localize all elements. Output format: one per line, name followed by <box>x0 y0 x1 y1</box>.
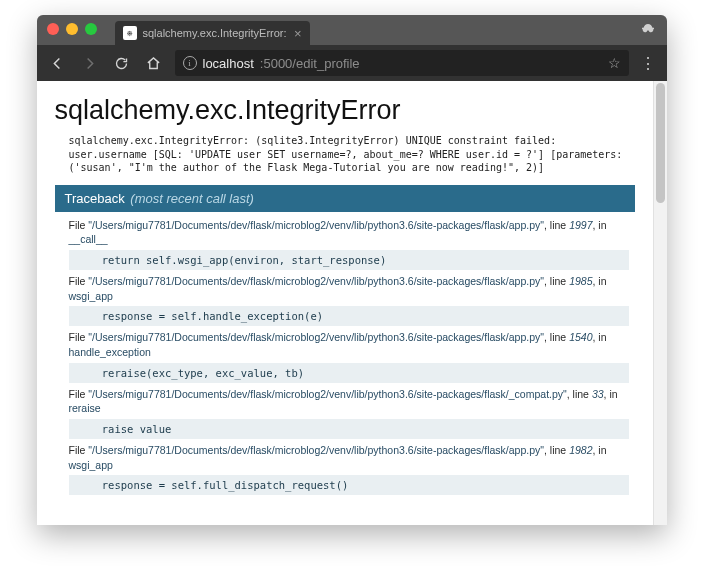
forward-button[interactable] <box>75 49 105 77</box>
incognito-icon <box>639 21 657 39</box>
site-info-icon[interactable]: i <box>183 56 197 70</box>
frame-code: reraise(exc_type, exc_value, tb) <box>69 363 629 383</box>
tab-bar: ⎈ sqlalchemy.exc.IntegrityError: × <box>37 15 667 45</box>
frame-code: response = self.full_dispatch_request() <box>69 475 629 495</box>
browser-menu-button[interactable]: ⋮ <box>635 54 661 73</box>
traceback-frame[interactable]: File "/Users/migu7781/Documents/dev/flas… <box>69 274 635 326</box>
tab-title: sqlalchemy.exc.IntegrityError: <box>143 27 288 39</box>
bookmark-star-icon[interactable]: ☆ <box>608 55 621 71</box>
traceback-header[interactable]: Traceback (most recent call last) <box>55 185 635 212</box>
back-button[interactable] <box>43 49 73 77</box>
traceback-frame[interactable]: File "/Users/migu7781/Documents/dev/flas… <box>69 443 635 495</box>
page-content: sqlalchemy.exc.IntegrityError sqlalchemy… <box>37 81 653 525</box>
traceback-frame[interactable]: File "/Users/migu7781/Documents/dev/flas… <box>69 330 635 382</box>
url-host: localhost <box>203 56 254 71</box>
frame-location: File "/Users/migu7781/Documents/dev/flas… <box>69 218 629 247</box>
minimize-window-button[interactable] <box>66 23 78 35</box>
frame-location: File "/Users/migu7781/Documents/dev/flas… <box>69 387 629 416</box>
browser-window: ⎈ sqlalchemy.exc.IntegrityError: × i loc… <box>37 15 667 525</box>
error-message: sqlalchemy.exc.IntegrityError: (sqlite3.… <box>55 134 635 175</box>
page-title: sqlalchemy.exc.IntegrityError <box>55 95 635 126</box>
reload-button[interactable] <box>107 49 137 77</box>
page-viewport: sqlalchemy.exc.IntegrityError sqlalchemy… <box>37 81 667 525</box>
url-path: :5000/edit_profile <box>260 56 360 71</box>
traceback-frames: File "/Users/migu7781/Documents/dev/flas… <box>55 212 635 496</box>
favicon-icon: ⎈ <box>123 26 137 40</box>
frame-code: raise value <box>69 419 629 439</box>
frame-location: File "/Users/migu7781/Documents/dev/flas… <box>69 274 629 303</box>
traceback-frame[interactable]: File "/Users/migu7781/Documents/dev/flas… <box>69 387 635 439</box>
traceback-frame[interactable]: File "/Users/migu7781/Documents/dev/flas… <box>69 218 635 270</box>
address-bar[interactable]: i localhost:5000/edit_profile ☆ <box>175 50 629 76</box>
frame-code: response = self.handle_exception(e) <box>69 306 629 326</box>
vertical-scrollbar[interactable] <box>653 81 667 525</box>
traceback-label: Traceback <box>65 191 125 206</box>
maximize-window-button[interactable] <box>85 23 97 35</box>
traceback-sublabel: (most recent call last) <box>130 191 254 206</box>
close-tab-icon[interactable]: × <box>294 26 302 41</box>
frame-location: File "/Users/migu7781/Documents/dev/flas… <box>69 330 629 359</box>
window-controls <box>47 23 97 35</box>
home-button[interactable] <box>139 49 169 77</box>
browser-toolbar: i localhost:5000/edit_profile ☆ ⋮ <box>37 45 667 81</box>
browser-tab[interactable]: ⎈ sqlalchemy.exc.IntegrityError: × <box>115 21 310 45</box>
frame-code: return self.wsgi_app(environ, start_resp… <box>69 250 629 270</box>
frame-location: File "/Users/migu7781/Documents/dev/flas… <box>69 443 629 472</box>
close-window-button[interactable] <box>47 23 59 35</box>
scrollbar-thumb[interactable] <box>656 83 665 203</box>
